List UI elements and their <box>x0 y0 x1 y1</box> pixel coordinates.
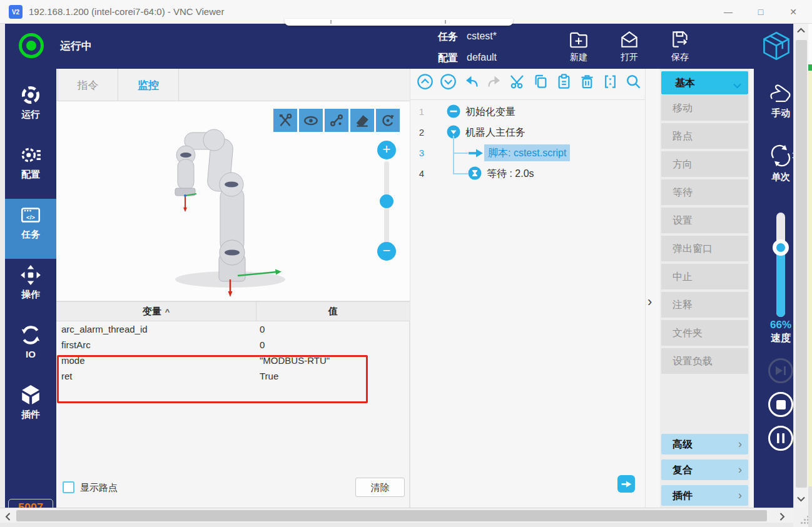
horizontal-scrollbar[interactable] <box>0 508 793 523</box>
app-cube-logo-icon[interactable] <box>761 29 792 64</box>
command-set[interactable]: 设置 <box>661 208 748 233</box>
open-task-button[interactable]: 打开 <box>609 29 650 66</box>
command-move[interactable]: 移动 <box>661 95 748 121</box>
config-value: default <box>467 52 497 63</box>
group-plugin[interactable]: 插件 › <box>661 485 748 506</box>
command-abort[interactable]: 中止 <box>661 264 748 289</box>
tab-command[interactable]: 指令 <box>58 69 118 101</box>
collapse-icon[interactable] <box>602 73 619 90</box>
speed-percent: 66% <box>754 319 793 331</box>
sidebar-item-io[interactable]: IO <box>5 319 56 379</box>
sidebar-item-operate[interactable]: 操作 <box>5 259 56 319</box>
table-row[interactable]: firstArc 0 <box>56 337 410 353</box>
group-advanced[interactable]: 高级 › <box>661 434 748 454</box>
vertical-scrollbar[interactable] <box>793 24 808 508</box>
clear-button[interactable]: 清除 <box>355 478 405 497</box>
tree-line-number: 1 <box>410 101 424 122</box>
sidebar-item-plugin[interactable]: 插件 <box>5 379 56 439</box>
minimize-button[interactable]: — <box>712 0 744 24</box>
expand-panel-chevron[interactable]: › <box>647 294 660 310</box>
variables-table-header[interactable]: 变量 ^ 值 <box>56 301 410 321</box>
scroll-left-icon[interactable] <box>5 513 11 521</box>
sidebar-item-configure[interactable]: 配置 <box>5 139 56 199</box>
io-icon <box>5 324 56 346</box>
speed-label: 速度 <box>754 332 793 345</box>
tree-item-main-task[interactable]: 2 机器人主任务 <box>410 122 644 143</box>
command-popup[interactable]: 弹出窗口 <box>661 236 748 261</box>
zoom-slider-thumb[interactable] <box>380 194 393 208</box>
delete-icon[interactable] <box>579 73 596 90</box>
chevron-right-icon: › <box>738 434 742 454</box>
open-task-label: 打开 <box>609 52 650 63</box>
tool-settings-icon[interactable] <box>273 109 297 132</box>
command-waypoint[interactable]: 路点 <box>661 123 748 149</box>
reset-view-icon[interactable] <box>376 109 400 132</box>
speed-slider-fill <box>776 248 785 317</box>
vnc-toolbar-peek[interactable] <box>285 19 513 26</box>
monitor-tabbar: 指令 监控 <box>56 69 410 101</box>
new-task-icon <box>558 29 599 50</box>
redo-icon[interactable] <box>486 73 503 90</box>
table-row[interactable]: mode "MODBUS-RTU" <box>56 353 410 368</box>
eraser-icon[interactable] <box>350 109 374 132</box>
chevron-down-icon <box>733 80 741 91</box>
cut-icon[interactable] <box>509 73 526 90</box>
variable-value: 0 <box>260 337 265 353</box>
group-composite[interactable]: 复合 › <box>661 459 748 480</box>
new-task-button[interactable]: 新建 <box>558 29 599 66</box>
background-window-top <box>808 24 812 64</box>
scroll-up-icon[interactable] <box>797 28 805 33</box>
vertical-scrollbar-thumb[interactable] <box>796 40 807 488</box>
command-comment[interactable]: 注释 <box>661 292 748 318</box>
single-cycle-button[interactable]: 1 单次 <box>754 143 793 183</box>
sidebar-item-task[interactable]: </> 任务 <box>5 199 56 259</box>
scroll-down-icon[interactable] <box>797 496 805 502</box>
search-icon[interactable] <box>625 73 642 90</box>
scroll-right-icon[interactable] <box>779 513 785 521</box>
command-folder[interactable]: 文件夹 <box>661 320 748 346</box>
manual-mode-button[interactable]: 手动 <box>754 83 793 119</box>
table-row[interactable]: arc_alarm_thread_id 0 <box>56 321 410 337</box>
group-basic-header[interactable]: 基本 <box>661 71 748 94</box>
tab-monitor[interactable]: 监控 <box>118 69 179 101</box>
single-cycle-label: 单次 <box>754 171 793 183</box>
visibility-icon[interactable] <box>299 109 323 132</box>
pause-button[interactable] <box>768 426 793 451</box>
table-row[interactable]: ret True <box>56 368 410 384</box>
operate-icon <box>5 264 56 286</box>
command-palette: 基本 移动 路点 方向 等待 设置 弹出窗口 中止 注释 文件夹 设置负载 高级… <box>660 69 749 508</box>
tree-item-init-variables[interactable]: 1 初始化变量 <box>410 101 644 122</box>
step-button[interactable] <box>768 358 793 383</box>
tree-item-script[interactable]: 3 脚本: cstest.script <box>410 143 644 163</box>
command-direction[interactable]: 方向 <box>661 151 748 177</box>
show-waypoints-checkbox[interactable] <box>63 481 74 493</box>
save-task-label: 保存 <box>659 52 701 63</box>
zoom-in-button[interactable]: + <box>377 141 396 159</box>
command-wait[interactable]: 等待 <box>661 179 748 205</box>
group-advanced-label: 高级 <box>672 439 693 449</box>
robot-3d-viewport[interactable]: + − <box>56 101 410 301</box>
running-status-dot <box>26 41 36 51</box>
column-variable[interactable]: 变量 ^ <box>56 302 256 321</box>
close-button[interactable]: ✕ <box>777 0 809 24</box>
sidebar-item-run[interactable]: 运行 <box>5 79 56 139</box>
horizontal-scrollbar-thumb[interactable] <box>16 510 767 521</box>
trajectory-icon[interactable] <box>325 109 348 132</box>
copy-icon[interactable] <box>532 73 549 90</box>
undo-icon[interactable] <box>463 73 480 90</box>
paste-icon[interactable] <box>556 73 572 90</box>
stop-button[interactable] <box>768 392 793 417</box>
move-down-icon[interactable] <box>440 73 457 90</box>
speed-slider-thumb[interactable] <box>773 239 789 256</box>
sidebar-item-label: 配置 <box>5 169 56 181</box>
task-tree-panel: 1 初始化变量 2 机器人主任务 3 脚本: c <box>410 69 660 508</box>
maximize-button[interactable]: □ <box>744 0 777 24</box>
next-step-button[interactable] <box>617 475 635 493</box>
zoom-out-button[interactable]: − <box>377 242 396 261</box>
command-set-payload[interactable]: 设置负载 <box>661 348 748 374</box>
move-up-icon[interactable] <box>417 73 434 90</box>
running-status-icon[interactable] <box>19 33 44 58</box>
save-task-button[interactable]: 保存 <box>659 29 701 66</box>
tree-item-wait[interactable]: 4 等待 : 2.0s <box>410 163 644 184</box>
column-value[interactable]: 值 <box>256 302 410 321</box>
